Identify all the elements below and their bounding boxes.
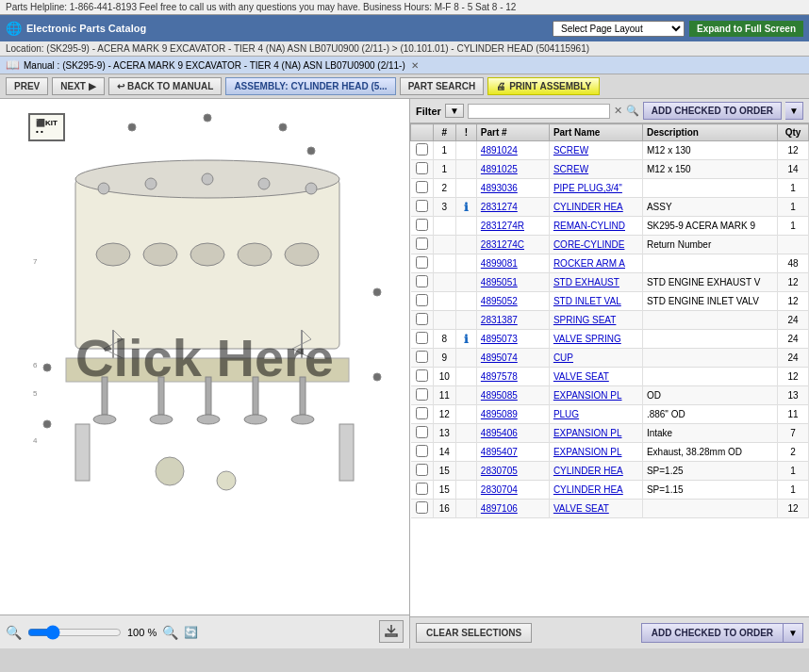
row-checkbox[interactable]: [416, 351, 428, 363]
part-number-link[interactable]: 4895407: [481, 447, 518, 457]
part-name-link[interactable]: PLUG: [553, 409, 579, 419]
part-name-link[interactable]: ROCKER ARM A: [553, 258, 625, 269]
row-part-number[interactable]: 4895074: [476, 349, 549, 368]
diagram-canvas[interactable]: ⬛KIT • • Click Here: [0, 99, 409, 615]
refresh-button[interactable]: 🔄: [184, 626, 198, 639]
row-part-number[interactable]: 4895085: [476, 386, 549, 405]
part-name-link[interactable]: CYLINDER HEA: [553, 466, 623, 476]
row-checkbox[interactable]: [416, 483, 428, 495]
part-name-link[interactable]: VALVE SPRING: [553, 334, 621, 344]
row-part-number[interactable]: 4891025: [476, 160, 549, 179]
part-number-link[interactable]: 4897106: [481, 503, 518, 514]
part-name-link[interactable]: STD INLET VAL: [553, 296, 621, 306]
expand-button[interactable]: Expand to Full Screen: [689, 21, 803, 37]
row-part-number[interactable]: 4895407: [476, 443, 549, 462]
add-checked-to-order-button-top[interactable]: ADD CHECKED TO ORDER: [643, 102, 782, 120]
zoom-slider[interactable]: [27, 625, 122, 640]
row-checkbox[interactable]: [416, 275, 428, 287]
part-number-link[interactable]: 2831274: [481, 202, 518, 212]
part-number-link[interactable]: 4895089: [481, 409, 518, 419]
filter-input[interactable]: [468, 104, 610, 119]
part-number-link[interactable]: 4897578: [481, 371, 518, 382]
assembly-label-button[interactable]: ASSEMBLY: CYLINDER HEAD (5...: [225, 77, 395, 95]
part-number-link[interactable]: 2830704: [481, 484, 518, 495]
add-checked-to-order-button-bottom[interactable]: ADD CHECKED TO ORDER: [641, 623, 784, 643]
part-search-button[interactable]: PART SEARCH: [400, 77, 484, 95]
part-number-link[interactable]: 4891024: [481, 145, 518, 156]
row-checkbox[interactable]: [416, 294, 428, 306]
part-name-link[interactable]: REMAN-CYLIND: [553, 221, 625, 231]
row-part-number[interactable]: 4895051: [476, 273, 549, 292]
row-checkbox[interactable]: [416, 256, 428, 269]
row-part-number[interactable]: 2830704: [476, 481, 549, 500]
info-icon[interactable]: ℹ: [464, 201, 469, 214]
part-number-link[interactable]: 4895085: [481, 390, 518, 401]
filter-dropdown-button[interactable]: ▼: [445, 104, 464, 118]
row-checkbox[interactable]: [416, 200, 428, 212]
part-number-link[interactable]: 2831274C: [481, 239, 524, 250]
filter-clear-button[interactable]: ✕: [614, 105, 622, 117]
row-part-number[interactable]: 2830705: [476, 462, 549, 481]
row-part-number[interactable]: 4893036: [476, 179, 549, 198]
print-button[interactable]: 🖨 PRINT ASSEMBLY: [487, 77, 600, 95]
export-button[interactable]: [379, 620, 404, 643]
row-part-number[interactable]: 4895073: [476, 330, 549, 349]
filter-search-button[interactable]: 🔍: [626, 105, 639, 117]
add-checked-dropdown-button-bottom[interactable]: ▼: [784, 623, 803, 643]
zoom-in-button[interactable]: 🔍: [162, 625, 178, 640]
part-name-link[interactable]: SCREW: [553, 145, 588, 156]
back-to-manual-button[interactable]: ↩ BACK TO MANUAL: [108, 77, 222, 95]
row-part-number[interactable]: 4895406: [476, 424, 549, 443]
row-part-number[interactable]: 4891024: [476, 141, 549, 160]
page-layout-select[interactable]: Select Page Layout: [553, 21, 685, 37]
part-name-link[interactable]: CYLINDER HEA: [553, 484, 623, 495]
row-checkbox[interactable]: [416, 407, 428, 419]
part-name-link[interactable]: VALVE SEAT: [553, 503, 609, 514]
row-checkbox[interactable]: [416, 501, 428, 514]
part-number-link[interactable]: 4891025: [481, 164, 518, 174]
row-checkbox[interactable]: [416, 162, 428, 174]
row-part-number[interactable]: 2831274R: [476, 217, 549, 236]
part-name-link[interactable]: EXPANSION PL: [553, 390, 622, 401]
row-part-number[interactable]: 4897106: [476, 500, 549, 518]
part-name-link[interactable]: PIPE PLUG,3/4": [553, 183, 622, 193]
row-part-number[interactable]: 2831274: [476, 198, 549, 217]
part-name-link[interactable]: VALVE SEAT: [553, 371, 609, 382]
row-info[interactable]: ℹ: [455, 198, 476, 217]
part-number-link[interactable]: 4895406: [481, 428, 518, 438]
manual-tab[interactable]: 📖 Manual : (SK295-9) - ACERA MARK 9 EXCA…: [0, 57, 809, 74]
part-number-link[interactable]: 4895073: [481, 334, 518, 344]
next-button[interactable]: NEXT ▶: [52, 77, 105, 95]
row-checkbox[interactable]: [416, 464, 428, 476]
row-checkbox[interactable]: [416, 143, 428, 156]
row-part-number[interactable]: 4897578: [476, 368, 549, 386]
part-number-link[interactable]: 4893036: [481, 183, 518, 193]
part-number-link[interactable]: 4899081: [481, 258, 518, 269]
row-checkbox[interactable]: [416, 426, 428, 438]
part-name-link[interactable]: EXPANSION PL: [553, 428, 622, 438]
row-checkbox[interactable]: [416, 181, 428, 193]
row-checkbox[interactable]: [416, 369, 428, 382]
row-part-number[interactable]: 2831387: [476, 311, 549, 330]
row-checkbox[interactable]: [416, 219, 428, 231]
row-part-number[interactable]: 4899081: [476, 254, 549, 273]
row-checkbox[interactable]: [416, 445, 428, 457]
zoom-out-button[interactable]: 🔍: [6, 625, 22, 640]
row-checkbox[interactable]: [416, 313, 428, 325]
part-name-link[interactable]: STD EXHAUST: [553, 277, 619, 287]
row-info[interactable]: ℹ: [455, 330, 476, 349]
clear-selections-button[interactable]: CLEAR SELECTIONS: [416, 623, 532, 643]
part-name-link[interactable]: CUP: [553, 352, 573, 363]
part-number-link[interactable]: 4895074: [481, 352, 518, 363]
info-icon[interactable]: ℹ: [464, 333, 469, 346]
row-checkbox[interactable]: [416, 388, 428, 401]
part-name-link[interactable]: SPRING SEAT: [553, 315, 617, 325]
part-name-link[interactable]: EXPANSION PL: [553, 447, 622, 457]
part-number-link[interactable]: 4895052: [481, 296, 518, 306]
row-part-number[interactable]: 4895052: [476, 292, 549, 311]
manual-tab-close[interactable]: ✕: [411, 60, 419, 71]
part-number-link[interactable]: 2830705: [481, 466, 518, 476]
part-number-link[interactable]: 4895051: [481, 277, 518, 287]
part-name-link[interactable]: SCREW: [553, 164, 588, 174]
row-part-number[interactable]: 2831274C: [476, 236, 549, 254]
